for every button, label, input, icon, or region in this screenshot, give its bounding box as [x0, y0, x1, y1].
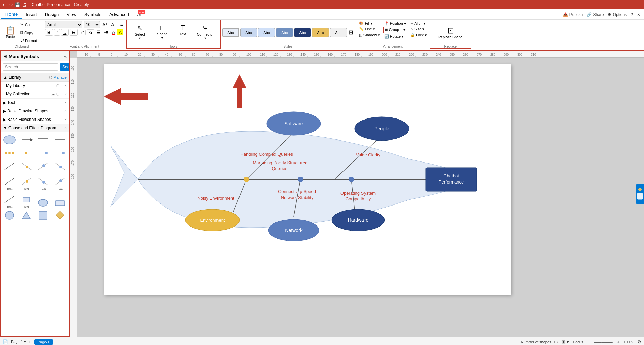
text-color-btn[interactable]: A: [111, 29, 117, 35]
strikethrough-btn[interactable]: S: [70, 29, 78, 36]
align-tool-btn[interactable]: ⊣ Align ▾: [409, 21, 428, 26]
flowchart-category[interactable]: ▶ Basic Flowchart Shapes ×: [1, 115, 69, 124]
shape-dots-line[interactable]: [2, 147, 17, 159]
font-decrease-btn[interactable]: A⁻: [110, 22, 118, 28]
text-category[interactable]: ▶ Text ×: [1, 99, 69, 107]
style-btn-6[interactable]: Abc: [312, 28, 329, 37]
shape-arrow-branch[interactable]: [36, 147, 50, 159]
my-library-item[interactable]: My Library ⬡ + ×: [1, 82, 69, 90]
style-btn-3[interactable]: Abc: [258, 28, 275, 37]
text-category-close[interactable]: ×: [64, 100, 67, 105]
style-btn-4[interactable]: Abc: [276, 28, 293, 37]
search-button[interactable]: Search: [60, 63, 70, 71]
current-page-tab[interactable]: Page-1: [34, 339, 53, 345]
bold-btn[interactable]: B: [45, 29, 53, 36]
library-manage-btn[interactable]: Manage: [53, 75, 67, 79]
shape-rect-label[interactable]: [53, 191, 67, 208]
shape-diamond[interactable]: [53, 209, 67, 221]
styles-more-btn[interactable]: ⊞: [348, 28, 354, 36]
shape-diagonal4[interactable]: [53, 160, 67, 172]
superscript-btn[interactable]: x²: [79, 30, 86, 35]
replace-shape-btn[interactable]: ⊡ Replace Shape: [436, 24, 465, 40]
shape-branch-label3[interactable]: Text: [53, 173, 67, 190]
shape-fish-spine[interactable]: Text: [2, 191, 17, 208]
focus-btn[interactable]: Focus: [573, 340, 583, 344]
search-input[interactable]: [3, 63, 58, 71]
bullet-btn[interactable]: •≡: [103, 29, 110, 35]
close-btn[interactable]: ×: [637, 12, 640, 17]
subscript-btn[interactable]: x₂: [87, 29, 94, 35]
select-tool-btn[interactable]: ↖ Select ▾: [130, 22, 150, 42]
shape-branch-label2[interactable]: Text: [36, 173, 50, 190]
undo-btn[interactable]: ↩: [3, 2, 7, 7]
group-btn[interactable]: ⊞ Group = ▾: [383, 27, 407, 33]
layer-icon[interactable]: ⊞ ▾: [562, 339, 569, 344]
options-btn[interactable]: ⚙ Options: [608, 12, 627, 17]
zoom-in-btn[interactable]: +: [617, 339, 620, 345]
style-btn-2[interactable]: Abc: [240, 28, 257, 37]
shadow-btn[interactable]: ◫ Shadow ▾: [358, 33, 381, 38]
text-tool-btn[interactable]: T Text: [174, 22, 191, 38]
publish-btn[interactable]: 📤 Publish: [563, 12, 583, 17]
menu-home[interactable]: Home: [1, 10, 22, 19]
shape-arrow-split[interactable]: [53, 147, 67, 159]
help-btn[interactable]: ?: [631, 12, 633, 17]
share-btn[interactable]: 🔗 Share: [587, 12, 604, 17]
format-painter-btn[interactable]: 🖌 Format: [18, 38, 39, 44]
library-collapse-icon[interactable]: ▲: [3, 75, 7, 80]
shape-line-simple[interactable]: [53, 134, 67, 146]
right-panel-btn[interactable]: [636, 184, 644, 204]
page-dropdown[interactable]: Page-1 ▾: [11, 340, 26, 344]
font-size-select[interactable]: 10: [84, 21, 100, 28]
shape-tool-btn[interactable]: □ Shape ▾: [152, 22, 172, 41]
connector-tool-btn[interactable]: ⤷ Connector ▾: [193, 22, 217, 42]
font-increase-btn[interactable]: A⁺: [101, 22, 109, 28]
style-btn-7[interactable]: Abc: [330, 28, 347, 37]
settings-icon[interactable]: ⚙: [637, 339, 641, 344]
shape-oval[interactable]: [2, 134, 17, 146]
size-btn[interactable]: ⤡ Size ▾: [409, 27, 428, 32]
cause-effect-close[interactable]: ×: [64, 126, 67, 130]
style-btn-5[interactable]: Abc: [294, 28, 311, 37]
list-btn[interactable]: ☰: [95, 29, 102, 35]
rotate-btn[interactable]: 🔄 Rotate ▾: [383, 34, 407, 39]
shape-line-arrow[interactable]: [19, 134, 34, 146]
shape-diagonal-line[interactable]: [2, 160, 17, 172]
flowchart-category-close[interactable]: ×: [64, 117, 67, 122]
font-family-select[interactable]: Arial: [45, 21, 82, 28]
menu-view[interactable]: View: [63, 10, 80, 18]
shape-spine[interactable]: Text: [2, 173, 17, 190]
add-page-btn[interactable]: +: [29, 339, 32, 345]
shape-square-sm[interactable]: [36, 209, 50, 221]
my-library-icon1[interactable]: ⬡: [56, 84, 60, 88]
my-collection-icon3[interactable]: ×: [65, 92, 67, 96]
basic-drawing-category[interactable]: ▶ Basic Drawing Shapes ×: [1, 107, 69, 115]
paste-btn[interactable]: 📋 Paste: [4, 25, 17, 40]
shape-branch-label[interactable]: Text: [19, 173, 34, 190]
italic-btn[interactable]: I: [54, 29, 60, 36]
zoom-slider[interactable]: —————: [594, 340, 613, 344]
highlight-btn[interactable]: A: [117, 29, 123, 35]
my-collection-item[interactable]: My Collection ☁ ⬡ + ×: [1, 90, 69, 99]
drawing-category-close[interactable]: ×: [64, 109, 67, 113]
underline-btn[interactable]: U: [61, 29, 69, 36]
shape-triangle[interactable]: [19, 209, 34, 221]
panel-back-btn[interactable]: «: [64, 53, 67, 59]
canvas-scroll[interactable]: Software People Chatbot Performance Envi…: [77, 58, 644, 337]
shape-line-dot[interactable]: [19, 147, 34, 159]
position-btn[interactable]: 📍 Position ▾: [383, 21, 407, 26]
zoom-out-btn[interactable]: −: [587, 339, 590, 345]
redo-btn[interactable]: ↪: [9, 2, 13, 7]
shape-box-label[interactable]: Text: [19, 191, 34, 208]
cause-effect-category[interactable]: ▼ Cause and Effect Diagram ×: [1, 124, 69, 132]
my-collection-icon2[interactable]: +: [61, 92, 63, 96]
menu-insert[interactable]: Insert: [22, 10, 41, 18]
my-library-icon2[interactable]: +: [61, 84, 63, 88]
menu-design[interactable]: Design: [41, 10, 63, 18]
menu-symbols[interactable]: Symbols: [80, 10, 105, 18]
style-btn-1[interactable]: Abc: [222, 28, 239, 37]
menu-ai[interactable]: AI HOT: [133, 10, 145, 18]
my-collection-icon1[interactable]: ⬡: [56, 92, 60, 96]
cut-btn[interactable]: ✂ Cut: [18, 21, 39, 28]
shape-line-double[interactable]: [36, 134, 50, 146]
